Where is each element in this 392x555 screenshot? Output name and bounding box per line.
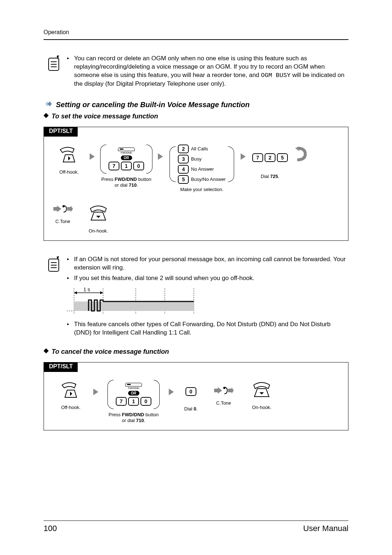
notepad-icon xyxy=(44,54,64,90)
arrow-icon xyxy=(168,388,175,396)
fwd-dnd-button-icon: FWD/DND xyxy=(118,147,134,154)
arrow-icon xyxy=(89,153,95,161)
page: Operation • You can record or delete an … xyxy=(0,0,392,555)
fwd-dnd-button-icon: FWD/DND xyxy=(126,383,142,389)
page-number: 100 xyxy=(44,524,57,533)
svg-marker-8 xyxy=(90,153,95,160)
svg-marker-36 xyxy=(169,389,174,395)
svg-marker-9 xyxy=(158,153,163,160)
svg-marker-5 xyxy=(48,102,52,106)
ctone-icon xyxy=(213,385,234,397)
one-second-label: 1 s xyxy=(83,287,90,292)
offhook-icon xyxy=(58,145,80,166)
svg-rect-15 xyxy=(67,207,71,211)
arrow-icon xyxy=(93,388,99,396)
note2-b2: If you set this feature, dial tone 2 wil… xyxy=(74,274,348,283)
onhook-caption: On-hook. xyxy=(252,405,271,410)
svg-marker-33 xyxy=(44,348,49,353)
ctone-icon xyxy=(53,203,73,216)
cancel-flow-box: DPT/SLT Off-hook. xyxy=(44,362,348,431)
set-flow-box: DPT/SLT Off-hook. xyxy=(44,127,348,241)
or-pill: OR xyxy=(121,155,132,160)
loop-back-icon xyxy=(295,145,307,165)
dial-tone-diagram: 1 s xyxy=(67,287,348,316)
subheading-set: To set the voice message function xyxy=(44,113,348,120)
offhook-caption: Off-hook. xyxy=(61,405,80,410)
subheading-cancel-text: To cancel the voice message function xyxy=(52,348,169,356)
onhook-icon xyxy=(87,203,109,225)
subheading-set-text: To set the voice message function xyxy=(52,113,158,120)
diamond-icon xyxy=(44,348,49,355)
offhook-icon xyxy=(60,380,82,402)
svg-marker-41 xyxy=(232,387,234,394)
note1-code: OGM BUSY xyxy=(261,72,291,79)
svg-marker-38 xyxy=(218,387,222,394)
ctone-caption: C.Tone xyxy=(55,219,70,224)
note2-b3: This feature cancels other types of Call… xyxy=(74,320,348,337)
arrow-icon xyxy=(157,153,164,161)
fwddnd-caption: Press FWD/DND button or dial 710. xyxy=(109,412,159,424)
onhook-caption: On-hook. xyxy=(89,228,108,234)
dial725-caption: Dial 725. xyxy=(261,174,279,179)
arrow-icon xyxy=(240,153,246,161)
keypad-710: 7 1 0 xyxy=(116,397,151,406)
diamond-icon xyxy=(44,113,49,119)
svg-marker-28 xyxy=(74,291,77,294)
onhook-icon xyxy=(251,380,273,402)
fwddnd-caption: Press FWD/DND button or dial 710. xyxy=(101,177,151,189)
svg-marker-29 xyxy=(100,291,103,294)
selection-caption: Make your selection. xyxy=(180,187,223,193)
running-header: Operation xyxy=(44,29,348,40)
diamond-double-icon xyxy=(44,101,53,109)
or-pill: OR xyxy=(128,391,139,396)
note2-b1: If an OGM is not stored for your persona… xyxy=(74,255,348,272)
note-block-2: •If an OGM is not stored for your person… xyxy=(44,255,348,339)
svg-rect-37 xyxy=(214,389,218,392)
svg-marker-6 xyxy=(44,113,49,118)
dpt-slt-label: DPT/SLT xyxy=(44,127,78,137)
svg-marker-13 xyxy=(57,206,61,212)
svg-rect-12 xyxy=(53,207,57,211)
section-heading-text: Setting or canceling the Built-in Voice … xyxy=(56,101,250,109)
offhook-caption: Off-hook. xyxy=(59,169,78,175)
dial0-caption: Dial 0. xyxy=(184,406,198,412)
manual-title: User Manual xyxy=(303,524,348,533)
svg-rect-40 xyxy=(228,389,232,392)
ctone-caption: C.Tone xyxy=(216,400,231,406)
keypad-0: 0 xyxy=(185,387,196,396)
svg-marker-16 xyxy=(71,206,73,212)
svg-point-39 xyxy=(223,387,225,389)
svg-point-14 xyxy=(62,205,65,207)
selection-list: 2All Calls 3Busy 4No Answer 5Busy/No Ans… xyxy=(178,145,225,184)
section-heading: Setting or canceling the Built-in Voice … xyxy=(44,101,348,109)
keypad-710: 7 1 0 xyxy=(109,162,144,170)
notepad-icon xyxy=(44,255,64,339)
note-block-1: • You can record or delete an OGM only w… xyxy=(44,54,348,90)
dpt-slt-label: DPT/SLT xyxy=(44,362,78,372)
svg-marker-10 xyxy=(241,153,246,160)
note1-bullet: • You can record or delete an OGM only w… xyxy=(67,54,348,88)
keypad-725: 7 2 5 xyxy=(252,153,288,162)
page-footer: 100 User Manual xyxy=(44,520,348,533)
svg-marker-35 xyxy=(93,389,98,395)
subheading-cancel: To cancel the voice message function xyxy=(44,348,348,356)
